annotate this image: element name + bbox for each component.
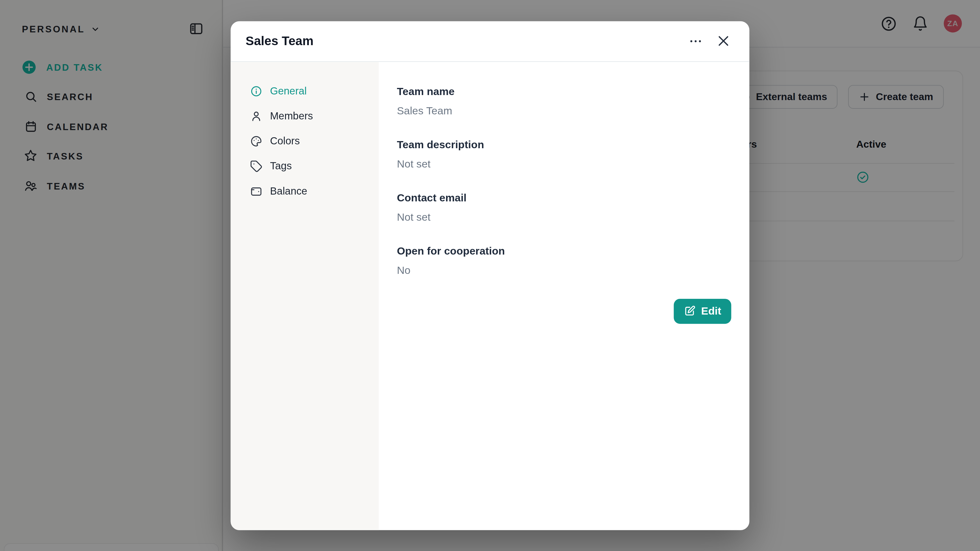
- modal-body: General Members Colors: [231, 62, 749, 530]
- modal-tab-label: Colors: [270, 135, 300, 147]
- field-open-for-cooperation: Open for cooperation No: [397, 244, 731, 277]
- field-value: No: [397, 263, 731, 277]
- modal-tab-colors[interactable]: Colors: [231, 128, 379, 153]
- field-team-description: Team description Not set: [397, 138, 731, 171]
- modal-actions: [689, 34, 730, 48]
- modal-header: Sales Team: [231, 21, 749, 62]
- more-options-button[interactable]: [689, 34, 702, 48]
- app-window: PERSONAL ADD TASK SEARCH CALENDAR: [0, 0, 980, 551]
- info-circle-icon: [250, 84, 262, 97]
- edit-button[interactable]: Edit: [674, 298, 732, 323]
- modal-tab-members[interactable]: Members: [231, 104, 379, 128]
- edit-button-label: Edit: [701, 305, 721, 317]
- team-settings-modal: Sales Team General: [231, 21, 749, 530]
- user-icon: [250, 110, 262, 122]
- modal-tab-label: Tags: [270, 160, 292, 172]
- modal-tab-balance[interactable]: Balance: [231, 178, 379, 204]
- close-button[interactable]: [716, 34, 730, 48]
- modal-title: Sales Team: [246, 34, 313, 48]
- modal-content: Team name Sales Team Team description No…: [379, 62, 749, 530]
- palette-icon: [250, 135, 262, 147]
- ellipsis-icon: [689, 34, 702, 48]
- modal-tab-label: Balance: [270, 185, 307, 197]
- field-value: Sales Team: [397, 104, 731, 118]
- wallet-icon: [250, 185, 262, 197]
- field-contact-email: Contact email Not set: [397, 191, 731, 224]
- modal-tab-label: Members: [270, 110, 313, 122]
- screen: PERSONAL ADD TASK SEARCH CALENDAR: [0, 0, 980, 551]
- field-label: Open for cooperation: [397, 244, 731, 258]
- field-value: Not set: [397, 210, 731, 224]
- field-team-name: Team name Sales Team: [397, 84, 731, 118]
- field-label: Team description: [397, 138, 731, 151]
- modal-tab-label: General: [270, 85, 307, 97]
- modal-nav: General Members Colors: [231, 62, 379, 530]
- close-icon: [716, 34, 730, 48]
- modal-tab-general[interactable]: General: [231, 78, 379, 104]
- modal-tab-tags[interactable]: Tags: [231, 154, 379, 178]
- field-label: Contact email: [397, 191, 731, 205]
- field-label: Team name: [397, 84, 731, 98]
- field-value: Not set: [397, 157, 731, 171]
- edit-pencil-icon: [684, 305, 695, 317]
- tag-icon: [250, 160, 262, 172]
